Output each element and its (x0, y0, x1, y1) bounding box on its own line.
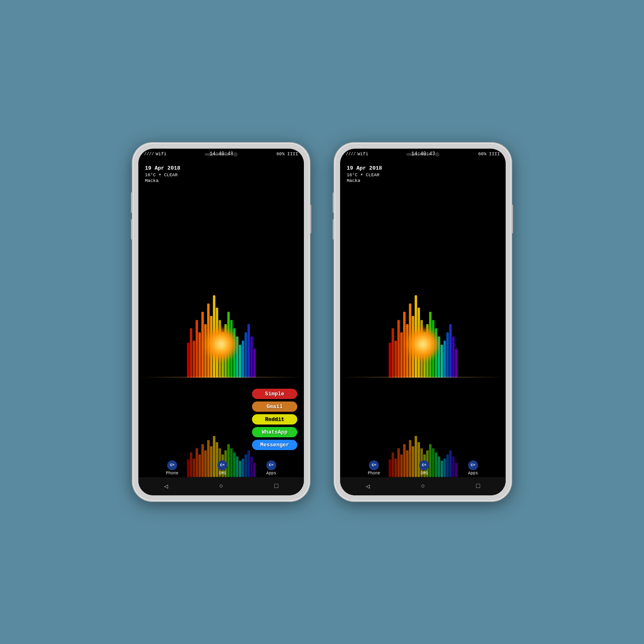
dock-item-sms[interactable]: C= SMS (419, 460, 429, 476)
phone-frame: //// Wifi 14:40:43 60% IIII 19 Apr 2018 … (334, 143, 511, 501)
side-button (333, 192, 334, 213)
back-button[interactable]: ◁ (164, 482, 168, 490)
dock-item-phone[interactable]: C= Phone (368, 460, 380, 476)
signal-icon: //// (346, 152, 356, 156)
dock-item-sms[interactable]: C= SMS (217, 460, 227, 476)
city-line: Macka (145, 178, 180, 183)
wifi-label: Wifi (156, 152, 166, 156)
status-left: //// Wifi (144, 152, 166, 156)
side-button (131, 219, 133, 240)
dock-item-apps[interactable]: C= Apps (266, 460, 276, 476)
phone-left: //// Wifi 14:40:48 60% IIII 19 Apr 2018 … (133, 143, 310, 501)
dock-label: SMS (219, 471, 226, 476)
nav-bar: ◁ ○ □ (340, 477, 506, 495)
c64-dock-icon: C= (468, 460, 478, 470)
dock-item-apps[interactable]: C= Apps (468, 460, 478, 476)
status-time: 14:40:43 (411, 151, 435, 157)
city-line: Macka (347, 178, 382, 183)
app-btn-messenger[interactable]: Messenger (252, 440, 297, 450)
recent-button[interactable]: □ (274, 483, 278, 490)
spectrum-horizon (340, 377, 506, 378)
app-btn-simple[interactable]: Simple (252, 389, 297, 399)
date-overlay: 19 Apr 2018 16°C ☀ CLEAR Macka (347, 165, 382, 183)
recent-button[interactable]: □ (476, 483, 480, 490)
app-menu: SimpleGmailRedditWhatsAppMessenger (252, 389, 297, 450)
spectrum-glow (406, 328, 439, 361)
spectrum-horizon (138, 377, 304, 378)
c64-dock-icon: C= (217, 460, 227, 470)
side-button (131, 192, 133, 213)
weather-line: 16°C ☀ CLEAR (347, 172, 382, 177)
app-btn-whatsapp[interactable]: WhatsApp (252, 427, 297, 437)
home-button[interactable]: ○ (219, 483, 223, 490)
screen-content: //// Wifi 14:40:48 60% IIII 19 Apr 2018 … (138, 149, 304, 495)
side-button (310, 205, 311, 233)
date-overlay: 19 Apr 2018 16°C ☀ CLEAR Macka (145, 165, 180, 183)
signal-icon: //// (144, 152, 154, 156)
spectrum-glow (205, 328, 238, 361)
date-line: 19 Apr 2018 (347, 165, 382, 171)
status-bar: //// Wifi 14:40:48 60% IIII (138, 149, 304, 159)
status-left: //// Wifi (346, 152, 368, 156)
home-button[interactable]: ○ (421, 483, 425, 490)
dock-label: Apps (468, 471, 478, 476)
bottom-dock: C= Phone C= SMS C= Apps (138, 460, 304, 476)
status-right: 60% IIII (478, 152, 500, 156)
battery-label: 60% IIII (478, 152, 500, 156)
dock-label: Apps (266, 471, 276, 476)
nav-bar: ◁ ○ □ (138, 477, 304, 495)
battery-label: 60% IIII (276, 152, 298, 156)
dock-label: SMS (420, 471, 428, 476)
dock-item-phone[interactable]: C= Phone (166, 460, 178, 476)
c64-dock-icon: C= (369, 460, 379, 470)
side-button (333, 219, 334, 240)
bottom-dock: C= Phone C= SMS C= Apps (340, 460, 506, 476)
phone-screen: //// Wifi 14:40:48 60% IIII 19 Apr 2018 … (138, 149, 304, 495)
wallpaper: 19 Apr 2018 16°C ☀ CLEAR Macka C= Phone … (340, 159, 506, 495)
c64-dock-icon: C= (167, 460, 177, 470)
dock-label: Phone (368, 471, 380, 476)
back-button[interactable]: ◁ (366, 482, 370, 490)
date-line: 19 Apr 2018 (145, 165, 180, 171)
dock-label: Phone (166, 471, 178, 476)
wifi-label: Wifi (357, 152, 368, 156)
status-time: 14:40:48 (210, 151, 233, 157)
phone-right: //// Wifi 14:40:43 60% IIII 19 Apr 2018 … (334, 143, 511, 501)
phone-screen: //// Wifi 14:40:43 60% IIII 19 Apr 2018 … (340, 149, 506, 495)
c64-dock-icon: C= (266, 460, 276, 470)
screen-content: //// Wifi 14:40:43 60% IIII 19 Apr 2018 … (340, 149, 506, 495)
status-bar: //// Wifi 14:40:43 60% IIII (340, 149, 506, 159)
c64-dock-icon: C= (419, 460, 429, 470)
weather-line: 16°C ☀ CLEAR (145, 172, 180, 177)
wallpaper: 19 Apr 2018 16°C ☀ CLEAR Macka SimpleGma… (138, 159, 304, 495)
app-btn-reddit[interactable]: Reddit (252, 414, 297, 425)
app-btn-gmail[interactable]: Gmail (252, 401, 297, 412)
side-button (511, 205, 513, 233)
phone-frame: //// Wifi 14:40:48 60% IIII 19 Apr 2018 … (133, 143, 310, 501)
status-right: 60% IIII (276, 152, 298, 156)
